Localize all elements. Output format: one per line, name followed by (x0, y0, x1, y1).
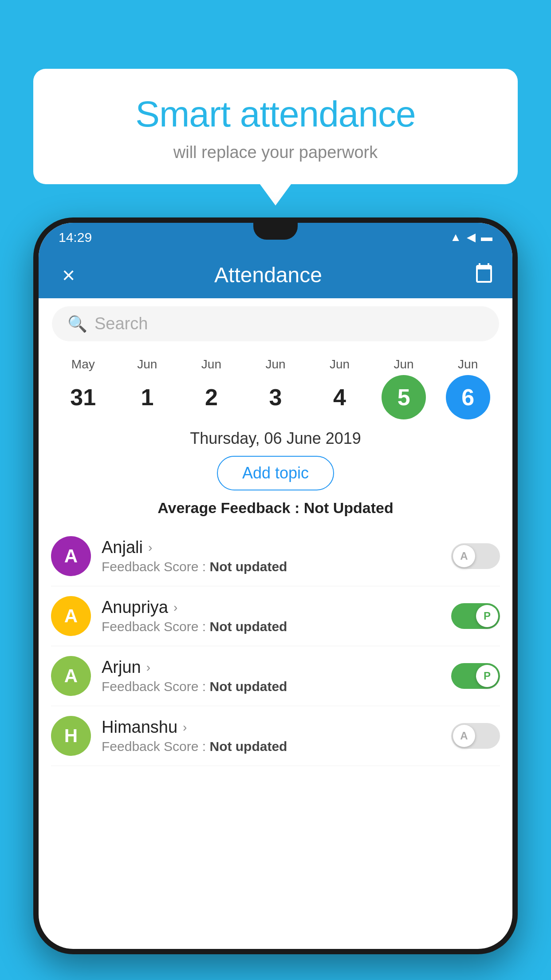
calendar-icon[interactable] (473, 262, 495, 288)
student-row[interactable]: HHimanshu›Feedback Score : Not updatedA (51, 706, 500, 766)
student-row[interactable]: AAnupriya›Feedback Score : Not updatedP (51, 586, 500, 646)
average-feedback: Average Feedback : Not Updated (39, 499, 512, 517)
bubble-title: Smart attendance (60, 93, 491, 135)
day-number: 3 (269, 384, 282, 411)
toggle-switch[interactable]: A (451, 723, 500, 749)
day-number: 31 (70, 384, 96, 411)
student-info: Himanshu›Feedback Score : Not updated (102, 718, 441, 754)
day-circle: 31 (61, 375, 105, 419)
date-col[interactable]: Jun2 (182, 357, 240, 419)
month-label: Jun (137, 357, 157, 371)
avg-feedback-value: Not Updated (304, 499, 394, 516)
selected-date-heading: Thursday, 06 June 2019 (39, 429, 512, 448)
phone-inner: 14:29 ▲ ◀ ▬ × Attendance 🔍 (39, 223, 512, 949)
toggle-switch[interactable]: A (451, 543, 500, 569)
feedback-score: Feedback Score : Not updated (102, 559, 441, 574)
student-name: Arjun› (102, 658, 441, 677)
avg-feedback-label: Average Feedback : (157, 499, 303, 516)
student-row[interactable]: AAnjali›Feedback Score : Not updatedA (51, 526, 500, 586)
month-label: Jun (201, 357, 221, 371)
student-row[interactable]: AArjun›Feedback Score : Not updatedP (51, 646, 500, 706)
search-input[interactable]: Search (94, 314, 148, 333)
day-circle: 6 (446, 375, 490, 419)
date-col[interactable]: Jun6 (439, 357, 497, 419)
student-info: Anupriya›Feedback Score : Not updated (102, 598, 441, 634)
search-icon: 🔍 (67, 315, 87, 333)
toggle-knob: A (453, 725, 475, 747)
feedback-score: Feedback Score : Not updated (102, 679, 441, 694)
feedback-score: Feedback Score : Not updated (102, 739, 441, 754)
month-label: Jun (265, 357, 285, 371)
avatar: A (51, 536, 91, 576)
attendance-toggle[interactable]: A (451, 723, 500, 749)
avatar: A (51, 596, 91, 636)
add-topic-button[interactable]: Add topic (217, 456, 334, 490)
app-bar: × Attendance (39, 252, 512, 298)
status-time: 14:29 (59, 230, 92, 245)
day-number: 5 (398, 384, 410, 411)
student-name: Anupriya› (102, 598, 441, 617)
day-circle: 5 (382, 375, 426, 419)
battery-icon: ▬ (481, 230, 492, 244)
search-bar[interactable]: 🔍 Search (52, 306, 499, 341)
day-number: 4 (333, 384, 346, 411)
chevron-icon: › (173, 601, 177, 615)
signal-icon: ◀ (467, 230, 476, 244)
student-list: AAnjali›Feedback Score : Not updatedAAAn… (39, 526, 512, 766)
chevron-icon: › (183, 720, 187, 735)
day-number: 2 (205, 384, 218, 411)
phone-outer: 14:29 ▲ ◀ ▬ × Attendance 🔍 (33, 217, 518, 954)
month-label: Jun (394, 357, 414, 371)
date-strip: May31Jun1Jun2Jun3Jun4Jun5Jun6 (39, 349, 512, 419)
speech-bubble: Smart attendance will replace your paper… (33, 69, 518, 184)
toggle-knob: A (453, 545, 475, 567)
avatar: A (51, 656, 91, 696)
app-bar-title: Attendance (63, 263, 473, 287)
bubble-subtitle: will replace your paperwork (60, 143, 491, 162)
wifi-icon: ▲ (450, 230, 461, 244)
day-number: 1 (141, 384, 153, 411)
phone-wrapper: 14:29 ▲ ◀ ▬ × Attendance 🔍 (33, 217, 518, 980)
attendance-toggle[interactable]: P (451, 603, 500, 629)
date-col[interactable]: Jun4 (311, 357, 369, 419)
day-circle: 1 (125, 375, 169, 419)
toggle-knob: P (476, 665, 498, 687)
toggle-switch[interactable]: P (451, 663, 500, 689)
day-circle: 3 (253, 375, 298, 419)
student-name: Himanshu› (102, 718, 441, 737)
toggle-switch[interactable]: P (451, 603, 500, 629)
date-col[interactable]: Jun1 (118, 357, 176, 419)
date-col[interactable]: Jun5 (375, 357, 433, 419)
day-circle: 2 (189, 375, 233, 419)
toggle-knob: P (476, 605, 498, 627)
attendance-toggle[interactable]: P (451, 663, 500, 689)
notch (253, 223, 298, 240)
month-label: May (71, 357, 95, 371)
month-label: Jun (458, 357, 478, 371)
feedback-score: Feedback Score : Not updated (102, 619, 441, 634)
avatar: H (51, 716, 91, 756)
day-number: 6 (461, 384, 474, 411)
attendance-toggle[interactable]: A (451, 543, 500, 569)
month-label: Jun (330, 357, 350, 371)
student-info: Arjun›Feedback Score : Not updated (102, 658, 441, 694)
chevron-icon: › (146, 660, 150, 675)
chevron-icon: › (148, 541, 152, 555)
student-name: Anjali› (102, 538, 441, 557)
date-col[interactable]: May31 (54, 357, 112, 419)
status-icons: ▲ ◀ ▬ (450, 230, 492, 244)
day-circle: 4 (318, 375, 362, 419)
status-bar: 14:29 ▲ ◀ ▬ (39, 223, 512, 252)
student-info: Anjali›Feedback Score : Not updated (102, 538, 441, 574)
date-col[interactable]: Jun3 (247, 357, 304, 419)
